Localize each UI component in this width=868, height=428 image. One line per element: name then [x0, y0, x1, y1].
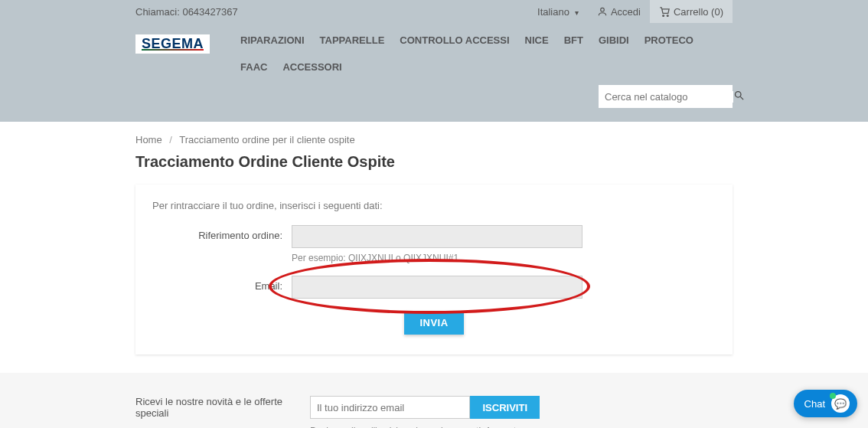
topbar: Chiamaci: 0643427367 Italiano Accedi Car…: [0, 0, 868, 23]
newsletter-label: Ricevi le nostre novità e le offerte spe…: [135, 396, 289, 419]
svg-point-2: [667, 15, 668, 16]
ref-help-text: Per esempio: QIIXJXNUI o QIIXJXNUI#1: [292, 253, 582, 263]
breadcrumb-sep: /: [169, 134, 172, 145]
form-intro: Per rintracciare il tuo ordine, inserisc…: [152, 200, 716, 211]
nav-proteco[interactable]: PROTECO: [644, 34, 693, 46]
main-nav: RIPARAZIONI TAPPARELLE CONTROLLO ACCESSI…: [240, 34, 733, 73]
cart-link[interactable]: Carrello (0): [650, 0, 733, 23]
nav-faac[interactable]: FAAC: [240, 61, 267, 73]
breadcrumb: Home / Tracciamento ordine per il client…: [135, 122, 733, 153]
search-box[interactable]: [599, 85, 733, 108]
svg-point-1: [663, 15, 664, 16]
chat-label: Chat: [804, 398, 825, 410]
newsletter-subscribe-button[interactable]: ISCRIVITI: [470, 396, 540, 419]
chat-widget[interactable]: Chat: [794, 390, 857, 417]
newsletter-email-input[interactable]: [310, 396, 470, 419]
login-label: Accedi: [611, 6, 641, 18]
search-icon[interactable]: [733, 90, 745, 103]
svg-point-0: [601, 8, 605, 11]
nav-nice[interactable]: NICE: [525, 34, 549, 46]
status-dot-icon: [830, 393, 836, 399]
cart-label: Carrello (0): [674, 6, 723, 18]
order-track-card: Per rintracciare il tuo ordine, inserisc…: [135, 185, 733, 354]
language-switcher[interactable]: Italiano: [528, 0, 588, 23]
nav-tapparelle[interactable]: TAPPARELLE: [320, 34, 385, 46]
svg-point-3: [736, 92, 742, 98]
email-input[interactable]: [292, 276, 582, 299]
cart-icon: [659, 6, 671, 18]
phone-label: Chiamaci: 0643427367: [135, 6, 238, 18]
nav-bft[interactable]: BFT: [564, 34, 583, 46]
email-label: Email:: [152, 276, 292, 292]
chevron-down-icon: [573, 6, 579, 18]
newsletter-help-text: Puoi annullare l'iscrizione in ogni mome…: [310, 425, 540, 428]
breadcrumb-current: Tracciamento ordine per il cliente ospit…: [179, 134, 354, 145]
nav-accessori[interactable]: ACCESSORI: [282, 61, 341, 73]
header: SEGEMA RIPARAZIONI TAPPARELLE CONTROLLO …: [0, 23, 868, 122]
svg-line-4: [740, 96, 743, 100]
nav-controllo-accessi[interactable]: CONTROLLO ACCESSI: [400, 34, 509, 46]
nav-gibidi[interactable]: GIBIDI: [599, 34, 629, 46]
order-ref-input[interactable]: [292, 225, 582, 248]
chat-bubble-icon: [831, 394, 850, 413]
submit-button[interactable]: INVIA: [404, 311, 463, 335]
search-input[interactable]: [605, 91, 733, 103]
language-label: Italiano: [537, 6, 569, 18]
footer: Ricevi le nostre novità e le offerte spe…: [0, 373, 868, 428]
page-title: Tracciamento Ordine Cliente Ospite: [135, 153, 733, 171]
breadcrumb-home[interactable]: Home: [135, 134, 162, 145]
login-link[interactable]: Accedi: [588, 0, 650, 23]
person-icon: [597, 6, 608, 17]
nav-riparazioni[interactable]: RIPARAZIONI: [240, 34, 305, 46]
ref-label: Riferimento ordine:: [152, 225, 292, 241]
logo[interactable]: SEGEMA: [135, 34, 210, 54]
